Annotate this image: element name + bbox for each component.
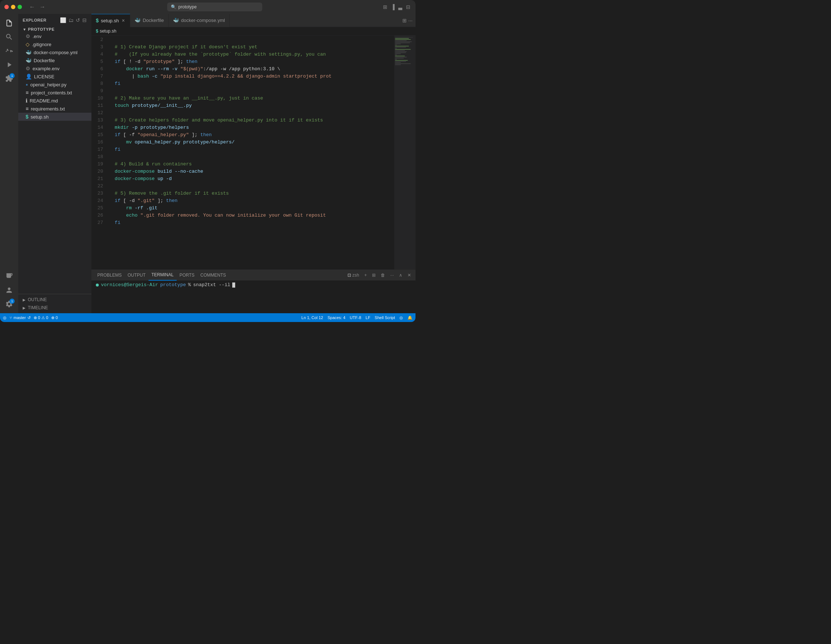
- panel-toggle-icon[interactable]: ▃: [398, 3, 403, 11]
- split-terminal-button[interactable]: ⊞: [371, 272, 377, 279]
- timeline-section[interactable]: ▶ TIMELINE: [18, 304, 91, 312]
- account-activity-icon[interactable]: [3, 284, 15, 296]
- error-icon: ⊗: [33, 316, 37, 320]
- minimize-button[interactable]: [11, 5, 15, 9]
- output-tab[interactable]: OUTPUT: [125, 270, 148, 281]
- code-line: rm -rf .git: [106, 204, 393, 212]
- code-line: # 4) Build & run containers: [106, 161, 393, 168]
- new-folder-icon[interactable]: 🗂: [68, 17, 74, 24]
- code-line: [106, 153, 393, 161]
- back-button[interactable]: ←: [28, 3, 37, 11]
- tab-setup-close[interactable]: ×: [121, 18, 126, 23]
- comments-tab[interactable]: COMMENTS: [197, 270, 229, 281]
- position-status[interactable]: Ln 1, Col 12: [301, 316, 323, 320]
- tab-setup-label: setup.sh: [101, 18, 119, 24]
- more-panel-actions-button[interactable]: ···: [389, 272, 395, 279]
- search-icon: 🔍: [171, 5, 176, 10]
- env-file-icon: ⚙: [25, 33, 30, 39]
- grid-layout-icon[interactable]: ⊞: [382, 3, 388, 11]
- remote-status-item[interactable]: ◎: [3, 316, 6, 320]
- file-item-example-env[interactable]: ⚙ example.env: [18, 64, 91, 72]
- code-line: fi: [106, 219, 393, 226]
- split-editor-icon[interactable]: ⊞: [402, 18, 407, 24]
- new-terminal-button[interactable]: +: [363, 272, 368, 279]
- errors-status[interactable]: ⊗ 0 ⚠ 0: [33, 316, 48, 320]
- file-name-example-env: example.env: [33, 66, 60, 71]
- kill-terminal-button[interactable]: 🗑: [379, 272, 387, 279]
- file-item-project-contents[interactable]: ≡ project_contents.txt: [18, 89, 91, 97]
- run-debug-activity-icon[interactable]: [3, 59, 15, 71]
- tab-dockerfile[interactable]: 🐳 Dockerfile: [130, 14, 169, 27]
- language-status[interactable]: Shell Script: [374, 316, 395, 320]
- file-item-openai-helper[interactable]: ● openai_helper.py: [18, 81, 91, 89]
- sidebar-header: EXPLORER ⬜ 🗂 ↺ ⊟: [18, 14, 91, 26]
- ports-tab[interactable]: PORTS: [177, 270, 197, 281]
- outline-section[interactable]: ▶ OUTLINE: [18, 296, 91, 304]
- file-item-docker-compose[interactable]: 🐳 docker-compose.yml: [18, 48, 91, 56]
- problems-tab[interactable]: PROBLEMS: [94, 270, 125, 281]
- tab-setup-icon: $: [96, 18, 99, 24]
- tab-docker-compose-icon: 🐳: [173, 18, 179, 23]
- code-content[interactable]: # 1) Create Django project if it doesn't…: [106, 35, 393, 269]
- extensions-activity-icon[interactable]: 1: [3, 72, 15, 85]
- warning-icon: ⚠: [41, 316, 45, 320]
- shell-icon: ⊡: [347, 273, 351, 278]
- file-item-readme[interactable]: ℹ README.md: [18, 97, 91, 105]
- more-actions-icon[interactable]: ···: [408, 18, 412, 24]
- line-ending-status[interactable]: LF: [366, 316, 371, 320]
- file-list: ⚙ .env ◇ .gitignore 🐳 docker-compose.yml…: [18, 32, 91, 294]
- code-line: # (If you already have the `prototype` f…: [106, 51, 393, 58]
- source-control-activity-icon[interactable]: [3, 45, 15, 57]
- file-item-env[interactable]: ⚙ .env: [18, 32, 91, 40]
- collapse-panel-button[interactable]: ∧: [398, 272, 404, 279]
- collapse-all-icon[interactable]: ⊟: [82, 17, 87, 24]
- file-item-dockerfile[interactable]: 🐳 Dockerfile: [18, 56, 91, 64]
- new-file-icon[interactable]: ⬜: [60, 17, 67, 24]
- terminal-content[interactable]: vornices@Sergeis-Air prototype % snap2tx…: [91, 281, 416, 313]
- file-item-gitignore[interactable]: ◇ .gitignore: [18, 40, 91, 48]
- explorer-activity-icon[interactable]: [3, 17, 15, 29]
- file-name-openai-helper: openai_helper.py: [30, 82, 67, 88]
- layout-icon[interactable]: ⊟: [405, 3, 411, 11]
- breadcrumb-icon: $: [96, 29, 99, 33]
- search-bar: 🔍 prototype: [50, 3, 379, 11]
- code-line: if [ ! -d "prototype" ]; then: [106, 58, 393, 65]
- activity-bar: 1 1: [0, 14, 18, 313]
- warning-count: 0: [46, 316, 48, 320]
- main-container: 1 1 EXPLORER ⬜ 🗂 ↺ ⊟ ▼ PROTOTYPE: [0, 14, 416, 313]
- search-text: prototype: [178, 5, 197, 10]
- search-input-wrap[interactable]: 🔍 prototype: [167, 3, 262, 11]
- forward-button[interactable]: →: [38, 3, 47, 11]
- file-item-setup[interactable]: $ setup.sh: [18, 113, 91, 121]
- status-bar: ◎ ⑂ master ↺ ⊗ 0 ⚠ 0 ⊕ 0 Ln 1, Col 12 Sp…: [0, 313, 416, 322]
- position-text: Ln 1, Col 12: [301, 316, 323, 320]
- prompt-path: prototype: [160, 282, 186, 288]
- branch-status[interactable]: ⑂ master ↺: [10, 316, 31, 320]
- file-item-requirements[interactable]: ≡ requirements.txt: [18, 105, 91, 113]
- sidebar-toggle-icon[interactable]: ▐: [390, 3, 395, 11]
- close-button[interactable]: [5, 5, 9, 9]
- outline-chevron-icon: ▶: [23, 298, 25, 302]
- code-area[interactable]: 2 3 4 5 6 7 8 9 10 11 12 13 14 15 16 17 …: [91, 35, 416, 269]
- outline-label: OUTLINE: [28, 297, 47, 302]
- remote-activity-icon[interactable]: [3, 270, 15, 282]
- language-text: Shell Script: [374, 316, 395, 320]
- folder-label[interactable]: ▼ PROTOTYPE: [18, 26, 91, 32]
- spaces-status[interactable]: Spaces: 4: [327, 316, 345, 320]
- remote-indicator-status[interactable]: ◎: [400, 316, 403, 320]
- settings-activity-icon[interactable]: 1: [3, 298, 15, 310]
- file-name-license: LICENSE: [34, 74, 54, 80]
- tab-setup-sh[interactable]: $ setup.sh ×: [91, 14, 130, 27]
- terminal-tab[interactable]: TERMINAL: [148, 270, 177, 281]
- info-status[interactable]: ⊕ 0: [51, 316, 58, 320]
- encoding-status[interactable]: UTF-8: [350, 316, 361, 320]
- maximize-button[interactable]: [18, 5, 22, 9]
- refresh-icon[interactable]: ↺: [75, 17, 80, 24]
- tab-docker-compose[interactable]: 🐳 docker-compose.yml: [169, 14, 230, 27]
- search-activity-icon[interactable]: [3, 31, 15, 43]
- example-env-file-icon: ⚙: [25, 65, 30, 71]
- close-panel-button[interactable]: ✕: [406, 272, 412, 279]
- requirements-file-icon: ≡: [25, 106, 29, 112]
- file-item-license[interactable]: 👤 LICENSE: [18, 72, 91, 81]
- bell-status[interactable]: 🔔: [408, 316, 412, 320]
